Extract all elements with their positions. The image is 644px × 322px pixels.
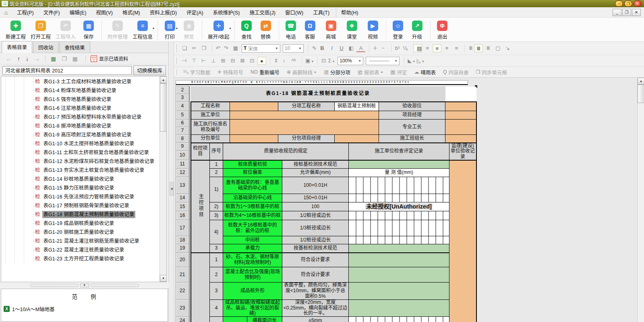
cell-team-leader-label[interactable]: 施工班组长 [379,135,445,143]
panel-splitter[interactable]: ▼ [0,283,169,288]
menu-item[interactable]: 视图(V) [91,7,118,17]
cell-item[interactable]: 混凝土配合比及强度(现场预制时) [223,267,282,283]
data-tool-button[interactable]: 图 评定 [391,68,407,76]
toolbar-button[interactable]: ▦ 保存 [78,20,99,40]
header-check-record[interactable]: 施工单位检查评定记录 [349,143,449,160]
chevron-down-icon[interactable]: ▼ [412,60,415,63]
row-number[interactable]: 24 [176,317,189,322]
tree-item[interactable]: 检表G1-7 预压地基和塑料排水带质量验收记录 [1,113,166,122]
cell-result[interactable] [349,299,449,316]
cell-subcontractor-label[interactable]: 分包单位 [191,135,230,143]
cell-spec[interactable]: 1/2桩径或边长 [282,236,349,244]
cell-item[interactable]: 成品桩裂缝(收缩裂缝或起吊、装运、堆放引起的裂缝) [223,299,282,316]
cell-seq[interactable]: 4 [210,299,223,316]
cell-spec[interactable]: 按桩基检测技术规范 [282,160,349,169]
nav-arrow-icon[interactable]: ▦ [45,56,59,62]
data-tool-button[interactable]: 项 分部分项 [324,68,350,76]
sheet-tool-icon[interactable]: b² [391,44,400,52]
toolbar-button[interactable]: ↗ 升级 [407,20,428,40]
toolbar-button[interactable]: Φ 退出 [430,20,451,40]
mdi-minimize-button[interactable]: _ [613,9,621,16]
menu-item[interactable]: 评定(A) [182,7,208,17]
cell-spec[interactable]: 深度<20mm，宽度<0.25mm，横向裂缝不超过边长的一半。 [282,299,349,316]
cell-standard-label[interactable]: 施工执行标准名称及编号 [191,120,230,135]
tree-item[interactable]: 检表G1-9 高压喷射注浆地基质量验收记录 [1,130,166,139]
row-number[interactable]: 2 [176,87,189,94]
cell-seq[interactable]: 3 [210,283,223,299]
toolbar-button[interactable]: ▣ 商城 [321,20,342,40]
cell-item[interactable]: 盖有基础梁的桩：垂直基础梁的中心线 [223,177,282,194]
tree-item[interactable]: 检表G1-5 强夯地基质量验收记录 [1,95,166,104]
toolbar-button[interactable]: ◉ 预览 [178,20,199,40]
scroll-up-icon[interactable]: ▲ [160,76,167,83]
cell-seq[interactable] [210,317,223,322]
sheet-tool-icon[interactable]: ＋ [369,44,378,52]
nav-arrow-icon[interactable]: ↑ [14,56,23,62]
header-control-item[interactable]: 检控项目 [191,143,210,160]
tree-item[interactable]: 检表G1-22 混凝土灌注桩质量验收记录 [1,246,166,254]
row-number[interactable]: 14 [176,194,189,202]
cell-subcontractor-input[interactable] [230,135,278,143]
row-number[interactable]: 21 [176,267,189,283]
tree-item[interactable]: 检表G1-8 振冲地基质量验收记录 [1,122,166,130]
minimize-button[interactable]: ─ [615,0,623,7]
sidebar-tab[interactable]: 表格目录 [2,41,32,53]
cell-item[interactable]: 中间桩 [223,236,282,244]
row-number[interactable]: 4 [176,102,189,111]
cell-measure-grid[interactable] [349,317,449,322]
cell-subproject-value[interactable]: 钢筋混凝土预制桩 [335,102,379,111]
cell-measure-grid[interactable] [349,194,449,202]
chevron-down-icon[interactable]: ▼ [272,47,278,50]
toolbar-grip[interactable] [176,58,177,64]
row-number[interactable]: 7 [176,127,189,135]
sheet-tool-icon[interactable]: ⊞ [219,57,228,65]
cell-project-input[interactable] [230,102,278,111]
sheet-tool-icon[interactable]: ⊡ [248,57,257,65]
row-number[interactable]: 9 [176,143,189,151]
line-style-select[interactable]: ▼ [366,57,400,65]
toolbar-button[interactable]: ✚ 新建工程 [3,20,28,40]
sheet-tool-icon[interactable]: ▦ [231,44,240,52]
mdi-close-button[interactable]: ✕ [632,9,641,16]
cell-spec[interactable]: 1/3桩径或边长 [282,220,349,236]
cell-seq[interactable]: 2 [210,267,223,283]
toolbar-button[interactable]: ⇄ 替换 [255,20,276,40]
splitter-handle[interactable] [91,284,139,287]
menu-item[interactable]: 窗口(W) [280,7,308,17]
cell-spec[interactable]: 100 [282,202,349,211]
chevron-down-icon[interactable]: ▼ [332,60,335,63]
sheet-tool-icon[interactable]: Ⅲ [474,44,483,52]
toolbar-button[interactable]: ☎ 电话 [279,20,300,40]
sheet-tool-icon[interactable]: Σ▼ [327,57,336,65]
sheet-tool-icon[interactable]: B [318,44,327,52]
sheet-scrollbar-thumb[interactable] [638,85,644,103]
tree-item[interactable]: 检表G1-20 钢桩施工质量验收记录 [1,228,166,237]
cell-result[interactable] [349,283,449,299]
tree-scrollbar[interactable]: ▲ ▼ [159,76,166,282]
cell-team-leader-input[interactable] [445,135,476,143]
cell-project-manager-input[interactable] [445,111,476,120]
toolbar-button[interactable]: ❐ 打开工程 [28,20,53,40]
chevron-down-icon[interactable]: ▼ [391,59,398,63]
cell-seq[interactable]: 3) [210,211,223,220]
template-library-select[interactable]: 河北省建筑资料用表 2012 [2,66,132,75]
tree-item[interactable]: 检表G1-12 水泥粉煤灰碎石桩复合地基质量验收记录 [1,157,166,166]
cell-spec[interactable]: 允许偏差(mm) [282,169,349,177]
spreadsheet-area[interactable]: BCDEFGBITKLMNOPQRSTOV W KYZLYYYYYYWAJAJA… [174,78,637,322]
form-title[interactable]: 表G1-18 钢筋混凝土预制桩质量验收记录 [191,87,445,102]
cell-seq[interactable]: 3 [210,244,223,253]
cell-measure-header[interactable]: 量 测 值(mm) [349,169,449,177]
cell-blank[interactable] [445,87,476,102]
cell-item[interactable]: 桩体质量检验 [223,160,282,169]
sheet-tool-icon[interactable]: ⊤ [190,57,199,65]
chevron-down-icon[interactable]: ▼ [381,71,383,74]
sheet-tool-icon[interactable]: ↕ [280,57,288,65]
cell-spec[interactable]: 表面平整，颜色均匀，掉角深度<10mm，蜂窝面积小于总面积0.5% [282,283,349,299]
menu-item[interactable]: 工程(P) [12,7,39,17]
row-number[interactable]: 20 [176,253,189,267]
toolbar-button[interactable]: ✛ 展开/收起 ▾ [202,20,232,40]
sheet-tool-icon[interactable]: ⊢ [199,57,208,65]
chevron-down-icon[interactable]: ▾ [153,27,154,30]
chevron-down-icon[interactable]: ▼ [355,59,361,63]
menu-item[interactable]: 资料上报(D) [145,7,182,17]
